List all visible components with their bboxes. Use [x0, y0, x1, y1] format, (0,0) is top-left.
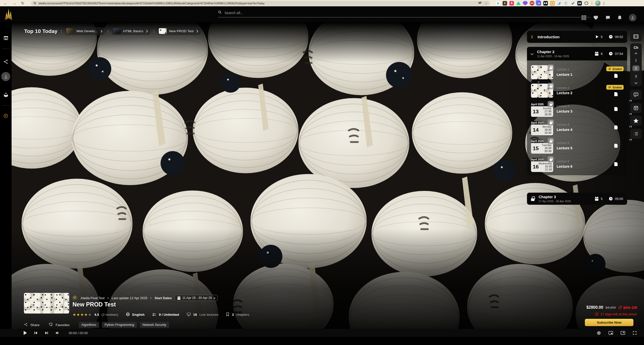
user-avatar[interactable] [629, 14, 636, 21]
left-toolbar [0, 22, 12, 337]
courses-book-icon[interactable] [0, 92, 12, 97]
lecture-row-1[interactable]: Lecture 1 Lecture 1 ↺ Ended [527, 63, 627, 81]
adblock-extension-icon[interactable]: ABP [530, 1, 534, 6]
voice-extension-icon[interactable] [503, 1, 507, 6]
share-icon[interactable] [24, 323, 28, 327]
theater-mode-icon[interactable] [620, 331, 625, 335]
breadcrumb-item-category[interactable]: Web Develo... [65, 27, 104, 35]
chapter-2-header[interactable]: Chapter 2 11 Apr 2025 - 16 Apr 2025 6 07… [527, 47, 627, 60]
review-count[interactable]: (2 reviews) [102, 313, 118, 317]
checkmark-extension-icon[interactable] [571, 1, 575, 6]
lectures-film-button[interactable] [630, 31, 642, 42]
bird-extension-icon[interactable] [557, 1, 561, 6]
shield-extension-icon[interactable] [523, 1, 527, 6]
tag-chip[interactable]: Python Programming [102, 322, 137, 328]
chapter-nav-2-selected[interactable]: 2 [632, 65, 639, 71]
share-icon[interactable] [0, 59, 12, 64]
reload-button[interactable]: ↻ [21, 1, 24, 5]
marketplace-icon[interactable] [0, 35, 12, 41]
chapter-nav-down[interactable] [634, 81, 637, 84]
document-icon[interactable] [614, 144, 618, 148]
profile-icon-active[interactable] [0, 72, 12, 81]
course-thumbnail[interactable] [24, 293, 69, 314]
schedule-button-locked[interactable] [630, 103, 642, 113]
document-icon[interactable] [614, 107, 618, 111]
start-dates-dropdown[interactable]: 11 Apr 25 - 30 Apr 25 [175, 295, 218, 301]
claude-extension-icon[interactable]: C [564, 1, 568, 6]
lecture-thumbnail [531, 84, 553, 98]
tab-manager-extension-icon[interactable]: 16 [537, 1, 541, 6]
settings-gear-icon[interactable] [596, 331, 601, 335]
browser-menu-icon[interactable]: ⋮ [603, 1, 605, 6]
play-button[interactable] [24, 331, 27, 335]
document-icon[interactable] [614, 92, 618, 96]
app-header [0, 6, 644, 22]
comments-button-locked[interactable] [630, 90, 642, 100]
next-button[interactable] [45, 331, 49, 335]
chapter-number: 1 [531, 35, 538, 39]
share-label[interactable]: Share [30, 323, 40, 327]
document-icon[interactable] [614, 162, 618, 166]
author-name[interactable]: Aladia Final Test [81, 296, 104, 300]
search-input[interactable] [224, 11, 590, 15]
grammarly-extension-icon[interactable]: G [496, 1, 500, 6]
chapter-row-3[interactable]: Chapter 3 17 Apr 2025 - 30 Apr 2025 5 05… [527, 193, 627, 205]
back-button[interactable]: ← [4, 1, 7, 5]
breadcrumb-item-course[interactable]: New PROD Test [158, 27, 200, 35]
list-button-locked[interactable] [630, 129, 642, 139]
lecture-row-3[interactable]: April 2025 13 Sunday 17:30 18:30 Le [527, 100, 627, 118]
bookmark-star-icon[interactable]: ☆ [484, 1, 488, 5]
lecture-row-2[interactable]: Lecture 2 Lecture 2 ↺ Ended [527, 81, 627, 100]
picture-in-picture-icon[interactable] [608, 331, 613, 335]
orange-extension-icon[interactable] [550, 1, 555, 6]
site-settings-icon[interactable] [33, 2, 36, 5]
url-text[interactable]: aladia.io/courses/67f7bc51478d37052391f4… [39, 2, 476, 5]
document-icon[interactable] [614, 125, 618, 129]
chapter-nav-up[interactable] [634, 52, 637, 55]
volume-icon[interactable] [55, 331, 60, 335]
fullscreen-icon[interactable] [632, 331, 637, 335]
lecture-row-6[interactable]: April 2025 16 Wednesday 20:30 21:30 [527, 155, 627, 173]
eyes-extension-icon[interactable] [543, 1, 548, 6]
tag-chip[interactable]: Algorithms [79, 322, 99, 328]
extensions-puzzle-icon[interactable] [584, 1, 589, 6]
chat-icon[interactable] [605, 15, 611, 20]
price-deadline: 17 days left at this price! [595, 312, 637, 316]
address-bar[interactable]: aladia.io/courses/67f7bc51478d37052391f4… [31, 1, 490, 6]
forward-button[interactable]: → [12, 1, 16, 5]
breadcrumb-item-subcategory[interactable]: HTML Basics [112, 27, 150, 35]
chapter-nav-1[interactable]: 1 [632, 58, 639, 62]
dark-extension-icon[interactable] [577, 1, 582, 6]
reviews-star-button-locked[interactable] [630, 116, 642, 126]
lock-icon [548, 64, 554, 71]
category-thumbnail [66, 28, 74, 34]
favorites-label[interactable]: Favorites [56, 323, 70, 327]
author-avatar[interactable] [72, 295, 78, 301]
video-player-surface[interactable]: Top 10 Today | Web Develo... | HTML Basi… [12, 22, 644, 337]
favorites-heart-icon[interactable] [49, 323, 53, 327]
lecture-row-5[interactable]: April 2025 15 Tuesday 19:30 20:30 L [527, 136, 627, 155]
tag-chip[interactable]: Network Security [140, 322, 169, 328]
screen: ← → ↻ aladia.io/courses/67f7bc51478d3705… [0, 0, 644, 345]
apps-grid-icon[interactable] [581, 15, 586, 20]
toolbar-divider [2, 105, 10, 106]
chapter-nav-label: Ch [634, 46, 638, 50]
deepl-extension-icon[interactable] [516, 1, 521, 5]
chapter-nav-3[interactable]: 3 [632, 74, 639, 78]
aladia-logo[interactable] [3, 8, 14, 21]
seats: 9 / Unlimited [159, 313, 179, 317]
previous-button[interactable] [34, 331, 38, 335]
rating-value: 4.5 [94, 313, 99, 317]
translate-extension-icon[interactable]: A [509, 1, 514, 6]
chapter-row-introduction[interactable]: 1 Introduction 5 00:02 [527, 31, 627, 43]
document-icon[interactable] [614, 74, 618, 78]
notifications-bell-icon[interactable] [617, 15, 622, 20]
course-thumbnail-small [159, 28, 167, 34]
favorites-heart-icon[interactable] [593, 15, 598, 20]
lecture-row-4[interactable]: April 2025 14 Monday 18:30 19:30 Le [527, 118, 627, 136]
add-plus-icon[interactable] [0, 113, 12, 118]
eye-slash-icon[interactable] [478, 1, 482, 6]
subscribe-button[interactable]: Subscribe Now [585, 319, 633, 326]
chevron-right-icon [99, 30, 102, 32]
browser-profile-avatar[interactable] [595, 1, 600, 6]
